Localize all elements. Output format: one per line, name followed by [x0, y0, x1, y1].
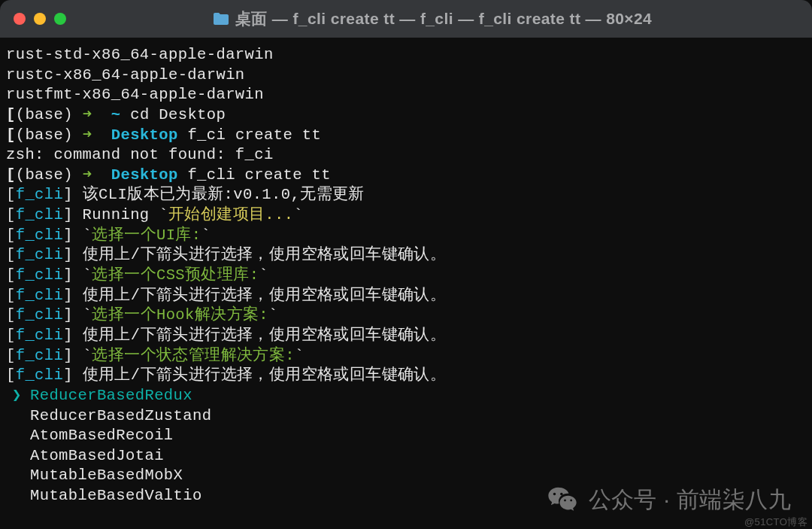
- cli-line: [f_cli] 使用上/下箭头进行选择，使用空格或回车键确认。: [6, 366, 806, 386]
- option-item[interactable]: AtomBasedJotai: [12, 446, 806, 467]
- output-line: zsh: command not found: f_ci: [6, 145, 806, 166]
- option-item[interactable]: MutableBasedValtio: [12, 486, 806, 506]
- cli-line: [f_cli] `选择一个状态管理解决方案:`: [6, 346, 806, 366]
- caret-icon: ❯: [12, 386, 30, 406]
- output-line: rustfmt-x86_64-apple-darwin: [6, 85, 806, 105]
- cli-line: [f_cli] 使用上/下箭头进行选择，使用空格或回车键确认。: [6, 286, 806, 306]
- cli-line: [f_cli] 使用上/下箭头进行选择，使用空格或回车键确认。: [6, 245, 806, 266]
- minimize-window-button[interactable]: [34, 13, 46, 25]
- close-window-button[interactable]: [14, 13, 26, 25]
- option-item[interactable]: MutableBasedMobX: [12, 466, 806, 486]
- option-item[interactable]: AtomBasedRecoil: [12, 426, 806, 446]
- window-title: 桌面 — f_cli create tt — f_cli — f_cli cre…: [66, 8, 798, 29]
- cli-line: [f_cli] 使用上/下箭头进行选择，使用空格或回车键确认。: [6, 326, 806, 346]
- output-line: rustc-x86_64-apple-darwin: [6, 65, 806, 86]
- cli-line: [f_cli] `选择一个CSS预处理库:`: [6, 266, 806, 286]
- folder-icon: [213, 12, 229, 26]
- cli-line: [f_cli] `选择一个UI库:`: [6, 226, 806, 246]
- prompt-line: [(base) ➜ Desktop f_ci create tt: [6, 126, 806, 146]
- window-title-text: 桌面 — f_cli create tt — f_cli — f_cli cre…: [235, 8, 652, 29]
- terminal-output[interactable]: rust-std-x86_64-apple-darwin rustc-x86_6…: [0, 38, 812, 512]
- traffic-lights: [14, 13, 66, 25]
- maximize-window-button[interactable]: [54, 13, 66, 25]
- option-selected[interactable]: ❯ReducerBasedRedux: [12, 386, 806, 406]
- prompt-line: [(base) ➜ ~ cd Desktop: [6, 105, 806, 126]
- attribution-text: @51CTO博客: [744, 515, 807, 529]
- cli-line: [f_cli] `选择一个Hook解决方案:`: [6, 306, 806, 326]
- cli-line: [f_cli] 该CLI版本已为最新:v0.1.0,无需更新: [6, 185, 806, 205]
- option-item[interactable]: ReducerBasedZustand: [12, 406, 806, 427]
- select-options[interactable]: ❯ReducerBasedRedux ReducerBasedZustand A…: [6, 386, 806, 506]
- window-titlebar: 桌面 — f_cli create tt — f_cli — f_cli cre…: [0, 0, 812, 38]
- prompt-line: [(base) ➜ Desktop f_cli create tt: [6, 166, 806, 186]
- output-line: rust-std-x86_64-apple-darwin: [6, 45, 806, 65]
- cli-line: [f_cli] Running `开始创建项目...`: [6, 205, 806, 226]
